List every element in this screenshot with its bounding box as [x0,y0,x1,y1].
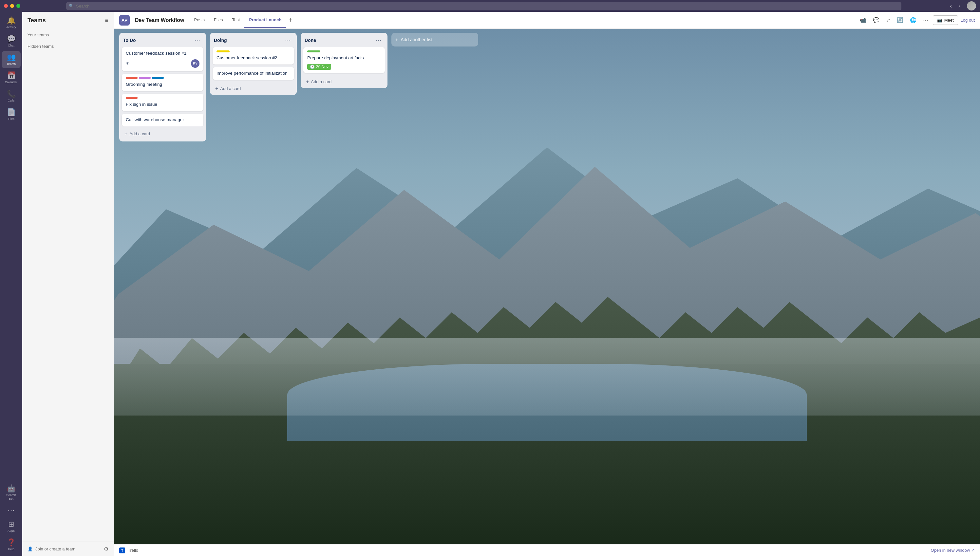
add-card-doing-button[interactable]: + Add a card [213,84,294,94]
sidebar-item-files[interactable]: 📄 Files [2,106,21,123]
trello-brand-label: Trello [128,548,138,553]
join-label: Join or create a team [36,546,75,551]
join-create-team-button[interactable]: 👤 Join or create a team [27,546,75,551]
card-title: Grooming meeting [126,82,199,88]
sidebar-item-label-teams: Teams [6,62,16,65]
teams-settings-button[interactable]: ⚙ [104,546,108,552]
sidebar-item-more[interactable]: ⋯ [2,504,21,517]
refresh-action-button[interactable]: 🔄 [895,15,905,25]
meet-button[interactable]: 📷 Meet [933,15,958,25]
add-card-todo-button[interactable]: + Add a card [122,129,204,139]
card-fix-sign-in[interactable]: Fix sign in issue [122,94,204,111]
tab-product-launch[interactable]: Product Launch [244,13,286,28]
sidebar-item-teams[interactable]: 👥 Teams [2,51,21,68]
card-deployment-artifacts[interactable]: Prepare deployment artifacts 🕐 20 Nov [303,47,385,73]
card-customer-feedback-2[interactable]: Customer feedback session #2 [213,47,294,65]
teams-icon: 👥 [7,54,16,61]
titlebar: ‹ › [0,0,980,12]
label-red [126,77,137,79]
card-grooming-meeting[interactable]: Grooming meeting [122,74,204,91]
join-icon: 👤 [27,546,33,551]
list-todo-header: To Do ⋯ [119,33,206,47]
logout-link[interactable]: Log out [961,18,975,23]
sidebar-item-help[interactable]: ❓ Help [2,537,21,553]
nav-forward-button[interactable]: › [956,1,963,11]
more-action-button[interactable]: ⋯ [921,15,930,25]
list-done-title: Done [305,38,374,43]
main-content: AP Dev Team Workflow Posts Files Test Pr… [114,12,980,556]
video-action-button[interactable]: 📹 [858,15,868,25]
list-todo-menu-button[interactable]: ⋯ [192,36,202,45]
files-icon: 📄 [7,109,16,116]
list-doing-menu-button[interactable]: ⋯ [283,36,293,45]
sidebar-item-calendar[interactable]: 📅 Calendar [2,70,21,86]
label-green [307,50,320,52]
card-warehouse-manager[interactable]: Call with warehouse manager [122,114,204,126]
activity-icon: 🔔 [7,17,16,24]
sidebar-item-search-bot[interactable]: 🤖 Search Bot [2,482,21,503]
list-todo-title: To Do [123,38,192,43]
app-body: 🔔 Activity 💬 Chat 👥 Teams 📅 Calendar 📞 C… [0,12,980,556]
sidebar-item-label-apps: Apps [8,529,15,532]
globe-action-button[interactable]: 🌐 [908,15,919,25]
minimize-button[interactable] [10,4,14,8]
add-tab-button[interactable]: + [286,15,295,25]
help-icon: ❓ [7,539,16,546]
team-name: Dev Team Workflow [135,17,184,23]
lists-container: To Do ⋯ Customer feedback session #1 👁 [114,29,980,538]
sidebar-item-apps[interactable]: ⊞ Apps [2,518,21,535]
sidebar-item-calls[interactable]: 📞 Calls [2,88,21,105]
sidebar-item-label-help: Help [8,547,15,551]
more-icon: ⋯ [8,507,15,514]
list-todo: To Do ⋯ Customer feedback session #1 👁 [119,33,206,141]
sidebar-item-label-chat: Chat [8,44,15,47]
tab-posts[interactable]: Posts [190,13,210,28]
add-icon: + [215,86,218,92]
teams-your-teams[interactable]: Your teams [22,29,114,40]
card-improve-performance[interactable]: Improve performance of initialization [213,67,294,80]
tab-test[interactable]: Test [228,13,245,28]
search-bar[interactable] [66,2,901,10]
add-list-label: Add another list [401,37,432,42]
doing-add-card-row: + Add a card [213,82,294,95]
add-card-label: Add a card [129,131,150,136]
open-window-link[interactable]: Open in new window ↗ [930,548,975,553]
list-done-header: Done ⋯ [301,33,388,47]
teams-header: Teams ≡ [22,12,114,28]
card-title: Prepare deployment artifacts [307,55,381,61]
close-button[interactable] [4,4,8,8]
sidebar: 🔔 Activity 💬 Chat 👥 Teams 📅 Calendar 📞 C… [0,12,22,556]
teams-filter-button[interactable]: ≡ [105,17,108,24]
tab-files[interactable]: Files [209,13,227,28]
trello-icon: T [119,548,125,553]
board-area: ⊞ Board ▾ Product Launch ☆ ⊡ Trello work… [114,29,980,556]
sidebar-item-chat[interactable]: 💬 Chat [2,33,21,50]
chat-action-button[interactable]: 💬 [871,15,881,25]
card-title: Customer feedback session #2 [217,55,290,61]
add-list-button[interactable]: + Add another list [391,33,478,47]
card-badges: 👁 [126,61,130,66]
teams-hidden-teams[interactable]: Hidden teams [22,40,114,52]
add-card-done-button[interactable]: + Add a card [303,77,385,87]
list-done-menu-button[interactable]: ⋯ [374,36,383,45]
window-controls [4,4,20,8]
avatar[interactable] [967,1,976,10]
sidebar-item-activity[interactable]: 🔔 Activity [2,15,21,31]
search-input[interactable] [66,2,901,10]
top-nav: AP Dev Team Workflow Posts Files Test Pr… [114,12,980,29]
nav-arrows: ‹ › [947,1,963,11]
sidebar-item-label-calendar: Calendar [5,80,18,84]
expand-action-button[interactable]: ⤢ [884,15,892,25]
add-card-label: Add a card [220,86,241,91]
card-customer-feedback-1[interactable]: Customer feedback session #1 👁 KV [122,47,204,71]
apps-icon: ⊞ [8,520,14,528]
board-background: ⊞ Board ▾ Product Launch ☆ ⊡ Trello work… [114,29,980,544]
add-icon: + [125,131,128,137]
card-labels [217,50,290,52]
list-doing-header: Doing ⋯ [210,33,297,47]
nav-back-button[interactable]: ‹ [947,1,954,11]
team-icon: AP [119,15,130,26]
calendar-icon: 📅 [7,72,16,79]
maximize-button[interactable] [16,4,20,8]
chat-icon: 💬 [7,36,16,42]
